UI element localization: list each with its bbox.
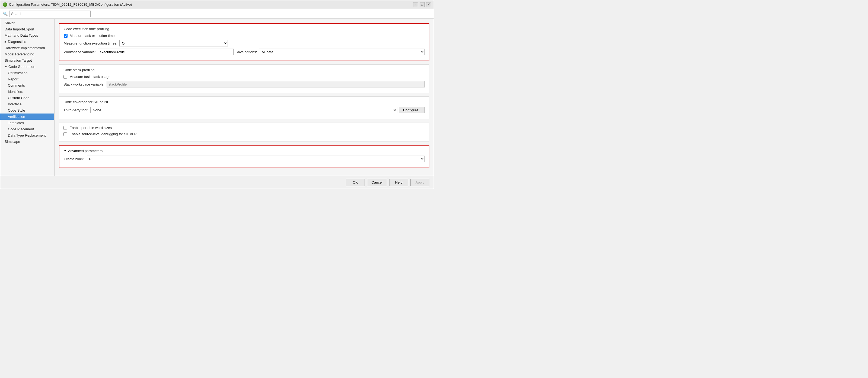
advanced-parameters-section: ▼ Advanced parameters Create block: PIL … bbox=[59, 145, 429, 168]
code-stack-profiling-section: Code stack profiling Measure task stack … bbox=[59, 64, 429, 93]
workspace-variable-label: Workspace variable: bbox=[64, 50, 96, 54]
create-block-select[interactable]: PIL None SIL bbox=[87, 155, 425, 162]
apply-button[interactable]: Apply bbox=[410, 179, 429, 186]
search-bar: 🔍 bbox=[0, 9, 434, 19]
sidebar-item-comments[interactable]: Comments bbox=[0, 82, 54, 89]
window-title: Configuration Parameters: TIDM_02012_F28… bbox=[9, 2, 132, 6]
advanced-parameters-triangle: ▼ bbox=[64, 149, 66, 152]
sidebar-item-simulation-target[interactable]: Simulation Target bbox=[0, 57, 54, 63]
checkboxes-section: Enable portable word sizes Enable source… bbox=[59, 122, 429, 142]
sidebar: Solver Data Import/Export Math and Data … bbox=[0, 19, 55, 176]
sidebar-item-optimization[interactable]: Optimization bbox=[0, 70, 54, 76]
portable-word-sizes-label: Enable portable word sizes bbox=[69, 126, 112, 130]
code-generation-triangle: ▼ bbox=[5, 65, 7, 68]
source-debugging-row: Enable source-level debugging for SIL or… bbox=[63, 132, 425, 136]
measure-task-execution-row: Measure task execution time bbox=[64, 34, 425, 38]
third-party-tool-select[interactable]: None BullseyeCoverage LDRA Testbed bbox=[90, 107, 397, 113]
search-icon: 🔍 bbox=[3, 12, 8, 16]
main-window: Configuration Parameters: TIDM_02012_F28… bbox=[0, 0, 434, 189]
stack-workspace-variable-row: Stack workspace variable: bbox=[63, 81, 425, 87]
matlab-icon bbox=[3, 2, 7, 7]
portable-word-sizes-checkbox[interactable] bbox=[63, 126, 67, 130]
source-debugging-label: Enable source-level debugging for SIL or… bbox=[69, 132, 140, 136]
measure-task-stack-checkbox[interactable] bbox=[63, 75, 67, 79]
sidebar-item-code-style[interactable]: Code Style bbox=[0, 107, 54, 114]
workspace-variable-input[interactable] bbox=[98, 49, 234, 55]
sidebar-item-model-referencing[interactable]: Model Referencing bbox=[0, 51, 54, 57]
measure-task-stack-label: Measure task stack usage bbox=[69, 75, 111, 79]
stack-workspace-variable-label: Stack workspace variable: bbox=[63, 82, 104, 86]
measure-function-times-select[interactable]: Off On bbox=[119, 40, 228, 47]
sidebar-item-report[interactable]: Report bbox=[0, 76, 54, 82]
third-party-tool-row: Third-party tool: None BullseyeCoverage … bbox=[63, 107, 425, 113]
title-bar-left: Configuration Parameters: TIDM_02012_F28… bbox=[3, 2, 132, 7]
sidebar-item-code-placement[interactable]: Code Placement bbox=[0, 126, 54, 132]
advanced-parameters-header[interactable]: ▼ Advanced parameters bbox=[64, 149, 425, 153]
cancel-button[interactable]: Cancel bbox=[367, 179, 387, 186]
search-input[interactable] bbox=[9, 10, 91, 17]
bottom-bar: OK Cancel Help Apply bbox=[0, 176, 434, 189]
create-block-row: Create block: PIL None SIL bbox=[64, 155, 425, 162]
sidebar-item-data-type-replacement[interactable]: Data Type Replacement bbox=[0, 132, 54, 139]
content-area: Solver Data Import/Export Math and Data … bbox=[0, 19, 434, 176]
save-options-select[interactable]: All data Summary data only bbox=[259, 49, 425, 55]
measure-task-stack-row: Measure task stack usage bbox=[63, 75, 425, 79]
sidebar-item-interface[interactable]: Interface bbox=[0, 101, 54, 107]
measure-function-times-label: Measure function execution times: bbox=[64, 41, 117, 45]
configure-button[interactable]: Configure... bbox=[400, 107, 425, 113]
code-coverage-title: Code coverage for SIL or PIL bbox=[63, 100, 425, 104]
sidebar-item-identifiers[interactable]: Identifiers bbox=[0, 89, 54, 95]
ok-button[interactable]: OK bbox=[346, 179, 365, 186]
sidebar-item-custom-code[interactable]: Custom Code bbox=[0, 95, 54, 101]
code-generation-label: Code Generation bbox=[8, 65, 35, 69]
main-panel: Code execution time profiling Measure ta… bbox=[55, 19, 434, 176]
code-stack-profiling-title: Code stack profiling bbox=[63, 68, 425, 72]
sidebar-item-code-generation[interactable]: ▼ Code Generation bbox=[0, 63, 54, 70]
workspace-variable-row: Workspace variable: Save options: All da… bbox=[64, 49, 425, 55]
sidebar-item-solver[interactable]: Solver bbox=[0, 20, 54, 26]
code-execution-profiling-section: Code execution time profiling Measure ta… bbox=[59, 23, 429, 61]
title-bar: Configuration Parameters: TIDM_02012_F28… bbox=[0, 0, 434, 9]
create-block-label: Create block: bbox=[64, 157, 85, 161]
measure-task-label: Measure task execution time bbox=[70, 34, 115, 38]
sidebar-item-math-data-types[interactable]: Math and Data Types bbox=[0, 32, 54, 38]
title-controls: − □ ✕ bbox=[413, 2, 431, 7]
sidebar-item-hardware-implementation[interactable]: Hardware Implementation bbox=[0, 45, 54, 51]
code-coverage-section: Code coverage for SIL or PIL Third-party… bbox=[59, 96, 429, 119]
close-button[interactable]: ✕ bbox=[426, 2, 431, 7]
sidebar-item-verification[interactable]: Verification bbox=[0, 114, 54, 120]
sidebar-item-templates[interactable]: Templates bbox=[0, 120, 54, 126]
stack-workspace-variable-input[interactable] bbox=[106, 81, 425, 87]
sidebar-item-diagnostics[interactable]: ▶ Diagnostics bbox=[0, 38, 54, 45]
maximize-button[interactable]: □ bbox=[420, 2, 425, 7]
minimize-button[interactable]: − bbox=[413, 2, 418, 7]
save-options-label: Save options: bbox=[236, 50, 257, 54]
source-debugging-checkbox[interactable] bbox=[63, 132, 67, 136]
third-party-tool-label: Third-party tool: bbox=[63, 108, 88, 112]
diagnostics-label: Diagnostics bbox=[8, 40, 26, 44]
measure-function-times-row: Measure function execution times: Off On bbox=[64, 40, 425, 47]
code-execution-profiling-title: Code execution time profiling bbox=[64, 27, 425, 31]
sidebar-item-data-import-export[interactable]: Data Import/Export bbox=[0, 26, 54, 32]
portable-word-sizes-row: Enable portable word sizes bbox=[63, 126, 425, 130]
advanced-parameters-title: Advanced parameters bbox=[68, 149, 102, 153]
measure-task-checkbox[interactable] bbox=[64, 34, 67, 38]
help-button[interactable]: Help bbox=[389, 179, 408, 186]
sidebar-item-simscape[interactable]: Simscape bbox=[0, 139, 54, 145]
diagnostics-triangle: ▶ bbox=[5, 40, 7, 43]
